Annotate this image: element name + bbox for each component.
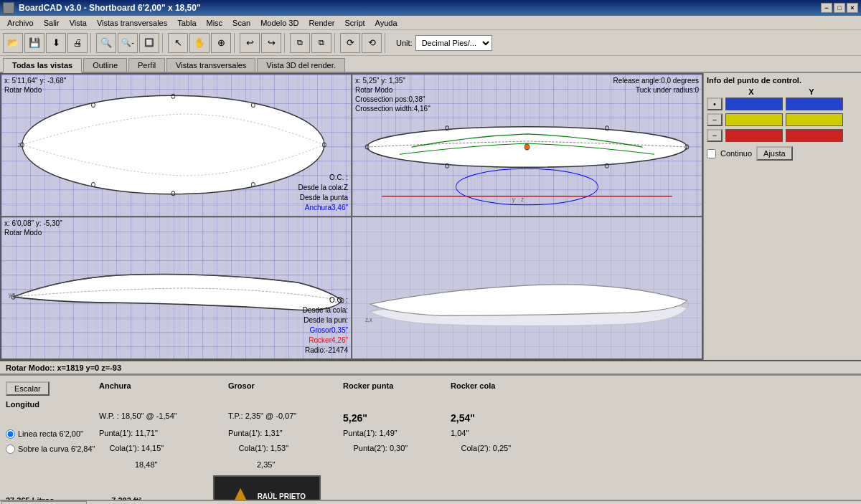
viewport-bottom-right: z,x [352,217,702,359]
bottom-tabbar: Board specification [0,500,861,504]
logo-triangle-icon [228,488,253,500]
cp-red-y [786,129,843,142]
tab-vistas-transversales[interactable]: Vistas transversales [166,58,255,72]
vp-tr-crosswidth: Crossection width:4,16" [355,104,430,113]
unit-label: Unit: [396,39,413,47]
minimize-button[interactable]: − [821,3,832,13]
menubar: Archivo Salir Vista Vistas transversales… [0,16,861,30]
anchura-wp: W.P. : 18,50" @ -1,54" [99,410,214,423]
unit-select[interactable]: Decimal Pies/... [415,35,492,51]
cp-dot-3[interactable]: − [707,129,723,142]
tb-save[interactable]: 💾 [24,33,44,53]
vp-bl-overlay: O.C. : Desde la cola: Desde la pun: Gros… [303,295,348,356]
status-bar: Rotar Modo:: x=1819 y=0 z=-93 [0,360,861,374]
cp-dot-1[interactable]: • [707,98,723,110]
tab-board-spec[interactable]: Board specification [1,501,87,504]
tb-copy[interactable]: ⧉ [311,33,331,53]
menu-salir[interactable]: Salir [39,17,64,29]
logo-box: RAÚL PRIETO FERNÁNDEZ [213,475,321,500]
tb-flip-h[interactable]: ⟳ [340,33,360,53]
tb-redo[interactable]: ↪ [261,33,281,53]
cp-row-1: • [707,98,858,110]
menu-ayuda[interactable]: Ayuda [371,17,402,29]
tab-vista-3d[interactable]: Vista 3D del render. [257,58,344,72]
maximize-button[interactable]: □ [834,3,845,13]
grosor-val-235: 2,35" [228,459,329,472]
cp-ajusta-button[interactable]: Ajusta [756,146,793,161]
data-empty-1 [6,410,85,423]
titlebar: BoardCAD v3.0 - Shortboard 6'2,00" x 18,… [0,0,861,16]
rocker-cola-punta1: 1,04" [451,427,544,440]
menu-render[interactable]: Render [304,17,339,29]
tb-zoom-fit[interactable]: 🔲 [139,33,159,53]
window-title: BoardCAD v3.0 - Shortboard 6'2,00" x 18,… [19,3,201,13]
escalar-button[interactable]: Escalar [6,381,50,396]
vp-tr-info: x: 5,25" y: 1,35" Rotar Modo Crossection… [355,76,430,113]
rotate-mode-status: Rotar Modo:: x=1819 y=0 z=-93 [6,363,121,372]
vp-br-svg: z,x [352,217,702,358]
anchura-header: Anchura [99,381,214,390]
tb-select[interactable]: ↖ [168,33,188,53]
tab-perfil[interactable]: Perfil [128,58,165,72]
tb-rotate[interactable]: ⊕ [211,33,231,53]
linea-recta-label: Linea recta 6'2,00" [18,427,83,441]
svg-text:z,x: z,x [365,316,372,324]
linea-recta-radio[interactable] [6,429,15,439]
menu-vista[interactable]: Vista [65,17,91,29]
menu-script[interactable]: Script [340,17,369,29]
sobre-curva-radio[interactable] [6,444,15,454]
cp-x-header: X [723,87,780,96]
anchura-val-18: 18,48" [99,459,214,472]
tb-undo[interactable]: ↩ [240,33,260,53]
menu-vistas-transversales[interactable]: Vistas transversales [93,17,171,29]
cp-red-x [725,129,783,142]
menu-modelo3d[interactable]: Modelo 3D [256,17,303,29]
close-button[interactable]: × [847,3,858,13]
tb-flip-v[interactable]: ⟲ [362,33,382,53]
tab-todas-las-vistas[interactable]: Todas las vistas [3,58,82,73]
vp-tr-mode: Rotar Modo [355,85,430,95]
tab-outline[interactable]: Outline [83,58,127,72]
viewport-bottom-left: x: 6'0,08" y: -5,30" Rotar Modo y,z [1,217,352,359]
tb-zoom-in[interactable]: 🔍 [96,33,116,53]
longitud-label: Longitud [6,400,85,409]
vp-tl-coords: x: 5'11,64" y: -3,68" [4,76,66,85]
tb-download[interactable]: ⬇ [46,33,66,53]
vp-tl-info: x: 5'11,64" y: -3,68" Rotar Modo [4,76,66,95]
rocker-punta-val: 5,26" [343,410,436,426]
vp-bl-mode: Rotar Modo [4,228,62,237]
info-panel: Escalar Longitud Anchura Grosor Rocker p… [0,374,861,500]
cp-yellow-x [725,113,783,126]
cp-title: Info del punto de control. [707,76,858,85]
menu-misc[interactable]: Misc [202,17,227,29]
svg-point-1 [22,95,324,194]
tb-zoom-out[interactable]: 🔍- [118,33,138,53]
toolbar: 📂 💾 ⬇ 🖨 🔍 🔍- 🔲 ↖ ✋ ⊕ ↩ ↪ ⧉ ⧉ ⟳ ⟲ Unit: D… [0,30,861,56]
cp-row-3: − [707,129,858,142]
sobre-curva-label: Sobre la curva 6'2,84" [18,442,95,456]
vp-tr-coords: x: 5,25" y: 1,35" [355,76,430,85]
menu-tabla[interactable]: Tabla [173,17,200,29]
logo-text: RAÚL PRIETO FERNÁNDEZ [258,493,306,500]
vp-bl-svg: y,z [1,217,351,358]
tb-pan[interactable]: ✋ [189,33,210,53]
tb-mirror[interactable]: ⧉ [290,33,310,53]
vp-tl-overlay: O.C. : Desde la cola:Z Desde la punta An… [298,173,348,213]
anchura-cola1: Cola(1'): 14,15" [110,442,225,455]
viewport-top-right: x: 5,25" y: 1,35" Rotar Modo Crossection… [352,74,702,217]
tb-open[interactable]: 📂 [3,33,23,53]
cp-row-2: − [707,113,858,126]
control-panel: Info del punto de control. X Y • − − Con… [703,73,861,360]
vp-tl-mode: Rotar Modo [4,85,66,95]
cp-options-row: Continuo Ajusta [707,146,858,161]
rocker-cola-header: Rocker cola [451,381,544,390]
vp-tr-info-right: Release angle:0,0 degrees Tuck under rad… [613,76,699,95]
menu-scan[interactable]: Scan [228,17,255,29]
grosor-punta1: Punta(1'): 1,31" [228,427,329,440]
vp-tr-crosspos: Crossection pos:0,38" [355,95,430,104]
cp-dot-2[interactable]: − [707,113,723,126]
cp-continuo-label: Continuo [720,149,752,158]
cp-continuo-check[interactable] [707,149,716,158]
tb-print[interactable]: 🖨 [67,33,88,53]
menu-archivo[interactable]: Archivo [3,17,38,29]
